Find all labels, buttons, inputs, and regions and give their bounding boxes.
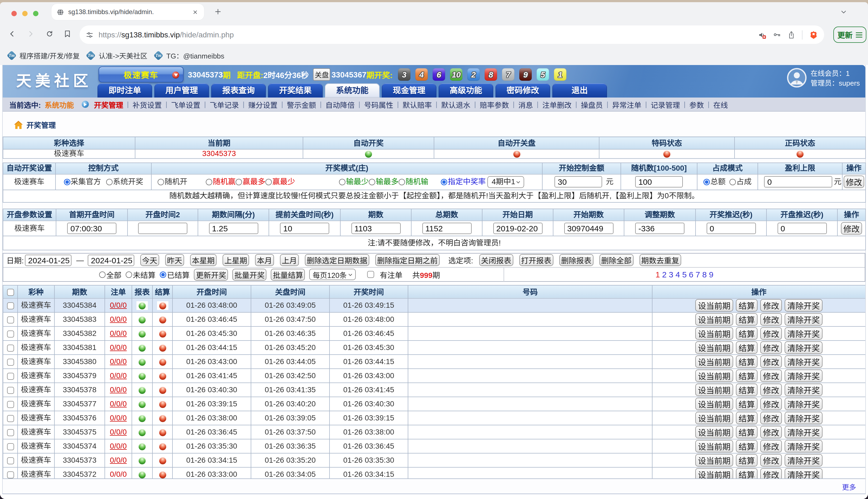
param-input-first_open_time[interactable]	[67, 223, 116, 234]
radio-circle[interactable]	[99, 271, 106, 278]
param-input-start_date[interactable]	[493, 223, 542, 234]
page-size-select[interactable]: 每页120条	[310, 269, 356, 280]
row-action-0[interactable]: 设当前期	[695, 426, 733, 438]
page-number-1[interactable]: 1	[655, 270, 660, 279]
param-input-interval_min[interactable]	[209, 223, 258, 234]
normal-code-light[interactable]	[734, 149, 866, 158]
report-button-0[interactable]: 关闭报表	[479, 254, 513, 266]
row-action-0[interactable]: 设当前期	[695, 398, 733, 410]
row-checkbox[interactable]	[7, 302, 14, 309]
page-number-2[interactable]: 2	[662, 270, 667, 279]
page-number-7[interactable]: 7	[695, 270, 700, 279]
row-action-3[interactable]: 清除开奖	[784, 384, 822, 396]
row-action-2[interactable]: 修改	[760, 398, 782, 410]
mode-radio-2[interactable]: 赢最多	[236, 178, 265, 186]
date-quick-button-5[interactable]: 上月	[280, 254, 299, 266]
row-checkbox[interactable]	[7, 415, 14, 422]
date-quick-button-0[interactable]: 今天	[140, 254, 159, 266]
share-radio-0[interactable]: 总额	[703, 178, 726, 186]
row-action-0[interactable]: 设当前期	[695, 299, 733, 312]
bookmark-item-0[interactable]: Tm程序搭建/开发/修复	[8, 50, 79, 60]
row-action-2[interactable]: 修改	[760, 355, 782, 368]
bookmark-icon[interactable]	[64, 30, 71, 37]
row-action-1[interactable]: 结算	[736, 355, 757, 368]
row-action-2[interactable]: 修改	[760, 384, 782, 396]
date-quick-button-7[interactable]: 删除指定日期之前	[375, 254, 440, 266]
subnav-item-16[interactable]: 在线	[714, 99, 728, 110]
row-action-2[interactable]: 修改	[760, 440, 782, 452]
state-radio-0[interactable]: 全部	[99, 269, 122, 280]
row-action-0[interactable]: 设当前期	[695, 327, 733, 340]
row-action-3[interactable]: 清除开奖	[784, 412, 822, 424]
radio-circle[interactable]	[206, 179, 212, 185]
row-action-0[interactable]: 设当前期	[695, 369, 733, 382]
row-action-0[interactable]: 设当前期	[695, 412, 733, 424]
row-bets-link[interactable]: 0/0/0	[110, 456, 127, 464]
row-action-3[interactable]: 清除开奖	[784, 426, 822, 438]
page-number-5[interactable]: 5	[682, 270, 687, 279]
share-radio-1[interactable]: 占成	[729, 178, 752, 186]
row-action-3[interactable]: 清除开奖	[784, 327, 822, 340]
tab-close-icon[interactable]	[192, 9, 199, 15]
row-action-3[interactable]: 清除开奖	[784, 369, 822, 382]
row-action-3[interactable]: 清除开奖	[784, 355, 822, 368]
nav-tab-3[interactable]: 开奖结果	[268, 83, 323, 98]
reload-icon[interactable]	[46, 30, 53, 37]
row-checkbox[interactable]	[7, 330, 14, 338]
nav-tab-7[interactable]: 密码修改	[495, 83, 550, 98]
nav-tab-8[interactable]: 退出	[552, 83, 607, 98]
key-icon[interactable]	[773, 31, 781, 38]
random-num-input[interactable]	[635, 177, 683, 188]
win-rate-select[interactable]: 4期中1	[487, 176, 524, 188]
row-action-3[interactable]: 清除开奖	[784, 440, 822, 452]
radio-circle[interactable]	[158, 179, 164, 185]
row-action-1[interactable]: 结算	[736, 426, 757, 438]
page-number-8[interactable]: 8	[702, 270, 707, 279]
share-icon[interactable]	[788, 31, 795, 39]
subnav-item-13[interactable]: 异常注单	[612, 99, 641, 110]
row-bets-link[interactable]: 0/0/0	[110, 357, 127, 366]
param-input-early_close_sec[interactable]	[280, 223, 329, 234]
mode-radio-1[interactable]: 随机赢	[206, 178, 236, 186]
state-radio-2[interactable]: 已结算	[160, 269, 190, 280]
close-market-button[interactable]: 关盘	[313, 68, 330, 81]
update-button[interactable]: 更新	[833, 26, 866, 43]
row-checkbox[interactable]	[7, 443, 14, 450]
new-tab-button[interactable]	[214, 8, 222, 15]
row-checkbox[interactable]	[7, 373, 14, 380]
subnav-item-1[interactable]: 飞单设置	[171, 99, 200, 110]
row-checkbox[interactable]	[7, 429, 14, 436]
date-quick-button-6[interactable]: 删除选定日期数据	[305, 254, 369, 266]
subnav-item-14[interactable]: 记录管理	[651, 99, 680, 110]
traffic-light-zoom[interactable]	[33, 11, 38, 16]
subnav-item-10[interactable]: 消息	[518, 99, 533, 110]
row-checkbox[interactable]	[7, 471, 14, 478]
nav-tab-1[interactable]: 用户管理	[154, 83, 209, 98]
subnav-item-3[interactable]: 赚分设置	[248, 99, 277, 110]
nav-tab-6[interactable]: 高级功能	[439, 83, 493, 98]
subnav-item-9[interactable]: 赔率参数	[480, 99, 509, 110]
row-action-0[interactable]: 设当前期	[695, 468, 733, 479]
row-action-2[interactable]: 修改	[760, 412, 782, 424]
row-bets-link[interactable]: 0/0/0	[110, 329, 127, 338]
row-bets-link[interactable]: 0/0/0	[110, 441, 127, 450]
subnav-item-0[interactable]: 补货设置	[133, 99, 162, 110]
date-quick-button-3[interactable]: 上星期	[223, 254, 249, 266]
traffic-light-minimize[interactable]	[22, 11, 28, 16]
auto-modify-button[interactable]: 修改	[844, 176, 864, 188]
row-action-1[interactable]: 结算	[736, 299, 757, 312]
row-action-0[interactable]: 设当前期	[695, 454, 733, 466]
tune-icon[interactable]	[86, 31, 93, 38]
row-action-3[interactable]: 清除开奖	[784, 454, 822, 466]
batch-button-2[interactable]: 批量结算	[271, 268, 305, 280]
page-number-3[interactable]: 3	[669, 270, 673, 279]
subnav-item-2[interactable]: 飞单记录	[210, 99, 239, 110]
row-bets-link[interactable]: 0/0/0	[110, 427, 127, 436]
subnav-active-item[interactable]: 开奖管理	[94, 99, 123, 110]
param-input-start_issue[interactable]	[564, 223, 613, 234]
param-input-total_issues[interactable]	[422, 223, 471, 234]
mute-icon[interactable]	[758, 31, 766, 39]
mode-radio-7[interactable]: 指定中奖率	[441, 178, 486, 186]
radio-circle[interactable]	[64, 179, 70, 185]
report-button-4[interactable]: 期数去重复	[640, 254, 681, 266]
